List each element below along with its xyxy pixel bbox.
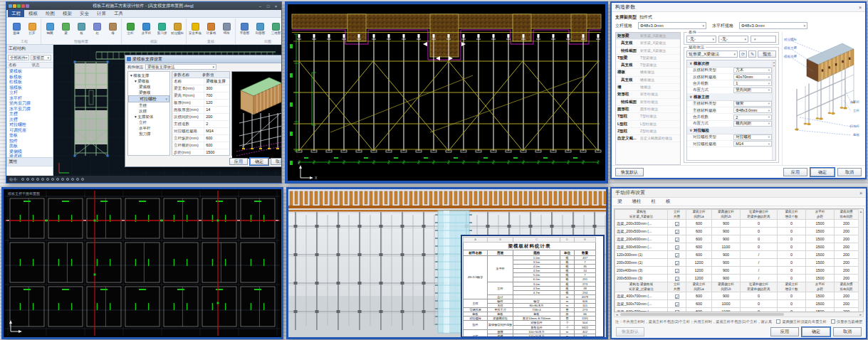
scroll-thumb[interactable] <box>620 313 784 316</box>
quick-access-toolbar[interactable] <box>9 4 29 8</box>
parameter-row[interactable]: 梁宽 B(mm)300 <box>172 85 229 92</box>
pole-spec-select[interactable]: Φ48x3.0mm <box>638 22 706 29</box>
tree-item[interactable]: ▾ 支撑架体 <box>128 114 169 119</box>
layer-item[interactable]: 墙模板 <box>6 85 53 91</box>
ribbon-tab-1[interactable]: 工程 <box>8 9 24 17</box>
checkbox[interactable] <box>675 245 679 250</box>
ribbon-button[interactable]: 三维图 <box>268 23 283 35</box>
ribbon-tab-4[interactable]: 模架 <box>59 9 75 17</box>
property-row[interactable]: 布置方式横向间距 <box>687 121 775 127</box>
ribbon-button[interactable]: 墙 <box>105 23 120 35</box>
hbar-spec-select[interactable]: Φ48x3.0mm <box>739 22 807 29</box>
ribbon-tab-2[interactable]: 模板 <box>25 9 41 17</box>
condition-select-2[interactable]: -无- <box>718 36 748 43</box>
parameter-row[interactable]: 立杆横距(mm)600 <box>172 142 229 149</box>
member-row[interactable]: 高支模T型梁做法 <box>616 62 680 69</box>
member-row[interactable]: Z型柱Z型柱做法 <box>616 128 680 135</box>
table-row[interactable]: 边梁_200x600mm (...6009000015002002 <box>615 235 864 243</box>
layer-item[interactable]: 竖向剪刀撑 <box>6 101 53 107</box>
checkbox[interactable] <box>675 222 679 226</box>
member-row[interactable]: 高支模矩形梁_X梁做法 <box>616 40 680 47</box>
scrollbar[interactable]: ▲▼ <box>772 60 775 160</box>
property-row[interactable]: 主楞材料规格Φ48x3.0mm <box>687 107 775 114</box>
condition-value-field[interactable] <box>751 36 776 43</box>
ribbon-button[interactable]: 规范 <box>219 23 234 35</box>
sidebar-filter-2[interactable]: 按楼层 <box>31 55 52 60</box>
layer-item[interactable]: 垫板 <box>6 133 53 139</box>
checkbox[interactable] <box>675 261 679 265</box>
table-row[interactable]: 200x500mm (3)1200900/015002002 <box>615 275 864 282</box>
tree-item[interactable]: 立杆 <box>128 119 169 125</box>
ribbon-button[interactable]: 立杆 <box>123 23 137 35</box>
parameter-row[interactable]: 梁高 H(mm)700 <box>172 92 229 100</box>
ribbon-button[interactable]: 安全复核 <box>188 23 202 35</box>
ribbon-button[interactable]: 剖面图 <box>253 23 267 35</box>
ribbon-button[interactable]: 水平杆 <box>139 23 153 35</box>
table-row[interactable]: 边梁_200x500mm (...6009000015002002 <box>615 228 864 235</box>
parameter-row[interactable]: 板厚(mm)120 <box>172 100 229 107</box>
layer-item[interactable]: 水平杆 <box>6 96 53 102</box>
property-row[interactable]: 对拉螺栓规格M14 <box>687 141 775 147</box>
checkbox[interactable] <box>675 294 679 299</box>
ribbon-button[interactable]: 新建 <box>9 23 23 35</box>
checkbox[interactable] <box>675 269 679 273</box>
property-row[interactable]: 主楞材料类型钢管 <box>687 101 775 107</box>
sidebar-filter-1[interactable]: 全部构件 <box>8 55 29 60</box>
status-toggle-icon[interactable] <box>56 178 59 181</box>
tree-item[interactable]: 梁侧模 <box>128 90 169 95</box>
property-row[interactable]: 对拉螺栓类型对拉螺栓 <box>687 134 775 141</box>
status-toggle-icon[interactable] <box>26 178 29 181</box>
member-row[interactable]: T型梁T型梁做法 <box>616 55 680 62</box>
table-row[interactable]: 200x300mm (1)1200900/015002002 <box>615 259 864 267</box>
menu-item[interactable]: 墙柱 <box>632 198 642 205</box>
parameter-row[interactable]: 立杆纵距(mm)600 <box>172 135 229 142</box>
tree-item[interactable]: 主楞 <box>128 102 169 108</box>
status-toggle-icon[interactable] <box>66 178 69 181</box>
condition-select-1[interactable]: -无- <box>686 36 716 43</box>
menu-item[interactable]: 柱 <box>652 198 657 205</box>
horizontal-scrollbar[interactable]: ◄ ► <box>614 312 864 317</box>
layer-item[interactable]: 板模板 <box>6 75 53 80</box>
ribbon-tab-6[interactable]: 计算 <box>93 9 110 17</box>
scaffold-3d-view[interactable]: ABCDE梁模板材料统计表材料名称用途规格单位数量48×3.5钢管水平杆1.0m… <box>286 187 608 339</box>
window-controls[interactable]: –□× <box>257 4 279 9</box>
layer-item[interactable]: 水平剪刀撑 <box>6 107 53 112</box>
checkbox[interactable] <box>675 253 679 257</box>
property-row[interactable]: 合并根数2 <box>687 114 775 120</box>
status-toggle-icon[interactable] <box>46 178 49 181</box>
layer-item[interactable]: 次楞 <box>6 117 53 123</box>
qat-icon[interactable] <box>13 4 16 8</box>
table-row[interactable]: 边梁_500x700mm (...60010000015002002 <box>615 300 864 308</box>
menu-item[interactable]: 梁 <box>617 198 622 205</box>
layer-item[interactable]: 主楞 <box>6 112 53 117</box>
status-toggle-icon[interactable] <box>71 178 74 181</box>
menu-item[interactable]: 板 <box>666 198 671 205</box>
layer-item[interactable]: 对拉螺栓 <box>6 122 53 128</box>
member-row[interactable]: 矩形梁矩形梁_X梁做法 <box>616 33 680 40</box>
restore-default-button[interactable]: 恢复默认 <box>615 168 644 176</box>
layer-item[interactable]: 梁侧模 <box>6 149 53 155</box>
parameter-row[interactable]: 主楞道数2 <box>172 121 229 128</box>
tree-item[interactable]: 梁底模 <box>128 84 169 90</box>
save-icon[interactable]: ✎ <box>748 51 756 58</box>
status-toggle-icon[interactable] <box>76 178 79 181</box>
ok-button[interactable]: 确定 <box>802 327 830 336</box>
tree-item[interactable]: 剪刀撑 <box>128 131 169 137</box>
refresh-icon[interactable]: ⟳ <box>739 51 747 58</box>
ribbon-tab-5[interactable]: 安全 <box>76 9 93 17</box>
member-row[interactable]: 高支模楼板做法 <box>616 77 680 84</box>
table-row[interactable]: 边梁_200x300mm (...6009000015002002 <box>615 220 864 228</box>
property-section-header[interactable]: 模板主楞 <box>687 94 775 101</box>
cancel-button[interactable]: 取消 <box>833 327 862 336</box>
preview-button[interactable]: 预览 <box>758 51 776 58</box>
checkbox[interactable] <box>675 277 679 281</box>
minimize-button[interactable]: – <box>257 4 263 9</box>
layer-item[interactable]: 扣件 <box>6 139 53 144</box>
status-toggle-icon[interactable] <box>41 178 44 181</box>
member-row[interactable]: 自定义截...自定义截面梁柱做法 <box>616 135 680 142</box>
qat-icon[interactable] <box>26 4 29 8</box>
member-row[interactable]: 特殊截面矩形柱做法 <box>616 99 680 106</box>
parameter-row[interactable]: 名称梁模板支撑 <box>172 78 229 85</box>
member-row[interactable]: 圆形柱圆形柱做法 <box>616 106 680 113</box>
apply-button[interactable]: 应用 <box>783 168 807 176</box>
